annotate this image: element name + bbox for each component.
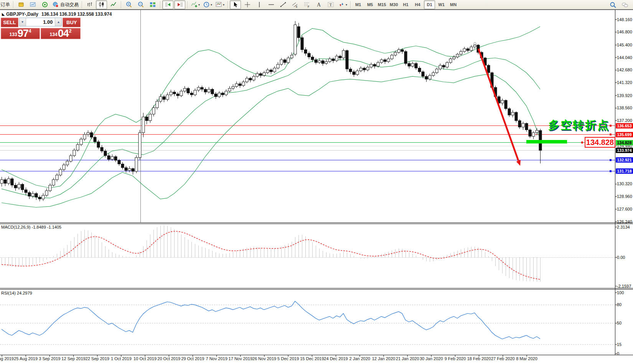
sell-price-pip: 4 bbox=[29, 28, 31, 34]
svg-text:F: F bbox=[308, 5, 309, 8]
tile-windows-button[interactable] bbox=[147, 0, 158, 9]
ohlc-values: 136.134 136.319 132.558 133.974 bbox=[41, 12, 112, 17]
rsi-label: RSI(14) 24.2979 bbox=[1, 291, 32, 295]
auto-trading-label: 自动交易 bbox=[60, 2, 79, 8]
templates-button[interactable]: ▾ bbox=[214, 0, 226, 9]
toolbar-separator bbox=[350, 1, 351, 8]
equidistant-channel-button[interactable]: E bbox=[289, 0, 300, 9]
buy-price-pip: 2 bbox=[69, 28, 72, 34]
macd-label: MACD(12,26,9) -1.8489 -1.1405 bbox=[1, 225, 61, 229]
volume-decrease-button[interactable]: ▼ bbox=[20, 18, 26, 26]
publish-chart-icon bbox=[30, 1, 36, 8]
auto-trading-icon bbox=[52, 1, 59, 8]
line-chart-button[interactable] bbox=[108, 0, 119, 9]
horizontal-line-icon bbox=[268, 1, 275, 8]
candlestick-chart-icon bbox=[98, 1, 105, 8]
dropdown-caret-icon: ▾ bbox=[223, 3, 224, 7]
dropdown-caret-icon: ▾ bbox=[198, 3, 200, 7]
toolbar-separator bbox=[121, 1, 121, 8]
chat-button[interactable] bbox=[619, 0, 630, 9]
timeframe-m1-button[interactable]: M1 bbox=[353, 0, 364, 9]
fibonacci-icon: F bbox=[303, 1, 310, 8]
svg-text:E: E bbox=[296, 5, 298, 8]
sell-price-prefix: 133 bbox=[10, 32, 17, 37]
crosshair-button[interactable] bbox=[242, 0, 253, 9]
chart-title: ◣ GBPJPY-,Daily 136.134 136.319 132.558 … bbox=[2, 12, 112, 17]
arrows-button[interactable]: ▾ bbox=[337, 0, 348, 9]
mt4-window: 新订单自动交易▾▾▾EFAT▾M1M5M15M30H1H4D1W1MN ◣ GB… bbox=[0, 0, 633, 364]
toolbar-separator bbox=[82, 1, 82, 8]
volume-increase-button[interactable]: ▲ bbox=[55, 18, 61, 26]
search-button[interactable] bbox=[607, 0, 618, 9]
chart-marker-icon: ◣ bbox=[2, 12, 5, 16]
tile-windows-icon bbox=[149, 1, 156, 8]
chat-icon bbox=[621, 2, 628, 8]
arrows-icon bbox=[338, 1, 345, 8]
timeframe-h4-button[interactable]: H4 bbox=[412, 0, 423, 9]
turning-point-annotation[interactable]: 多空转折点 bbox=[548, 118, 610, 133]
dropdown-caret-icon: ▾ bbox=[346, 3, 347, 7]
trendline-button[interactable] bbox=[277, 0, 288, 9]
sell-price-main: 97 bbox=[18, 29, 28, 38]
svg-text:T: T bbox=[329, 2, 332, 7]
bar-chart-button[interactable] bbox=[84, 0, 95, 9]
buy-price-button[interactable]: 134 04 2 bbox=[41, 28, 81, 39]
candlestick-chart-button[interactable] bbox=[96, 0, 107, 9]
text-icon: A bbox=[315, 1, 322, 8]
sell-button[interactable]: SELL bbox=[1, 18, 18, 27]
timeframe-w1-button[interactable]: W1 bbox=[436, 0, 447, 9]
timeframe-m5-button[interactable]: M5 bbox=[364, 0, 376, 9]
publish-chart-button[interactable] bbox=[27, 0, 38, 9]
indicators-button[interactable]: ▾ bbox=[190, 0, 201, 9]
buy-button[interactable]: BUY bbox=[63, 18, 81, 27]
price-callout-box[interactable]: 134.828 bbox=[585, 137, 615, 148]
vertical-line-button[interactable] bbox=[254, 0, 265, 9]
book-icon bbox=[18, 1, 25, 8]
svg-text:A: A bbox=[317, 2, 321, 8]
toolbar-separator bbox=[13, 1, 13, 8]
zoom-in-button[interactable] bbox=[123, 0, 134, 9]
fibonacci-button[interactable]: F bbox=[301, 0, 312, 9]
equidistant-channel-icon: E bbox=[292, 1, 298, 8]
timeframe-mn-button[interactable]: MN bbox=[448, 0, 459, 9]
toolbar-right-icons bbox=[607, 0, 631, 9]
signal-button[interactable] bbox=[39, 0, 50, 9]
book-button[interactable] bbox=[15, 0, 26, 9]
dropdown-caret-icon: ▾ bbox=[211, 3, 212, 7]
toolbar-separator bbox=[160, 1, 160, 8]
periods-icon bbox=[203, 1, 210, 8]
periods-button[interactable]: ▾ bbox=[202, 0, 213, 9]
timeframe-h1-button[interactable]: H1 bbox=[400, 0, 411, 9]
zoom-out-icon bbox=[137, 1, 144, 8]
search-icon bbox=[610, 2, 617, 8]
auto-trading-button[interactable]: 自动交易 bbox=[51, 0, 80, 9]
text-label-button[interactable]: T bbox=[325, 0, 336, 9]
line-chart-icon bbox=[110, 1, 117, 8]
volume-input[interactable] bbox=[26, 18, 55, 26]
buy-price-main: 04 bbox=[58, 29, 69, 38]
toolbar: 新订单自动交易▾▾▾EFAT▾M1M5M15M30H1H4D1W1MN bbox=[0, 0, 633, 10]
horizontal-line-button[interactable] bbox=[265, 0, 277, 9]
text-button[interactable]: A bbox=[313, 0, 324, 9]
one-click-trading-panel: SELL ▼ ▲ BUY 133 97 4 134 04 2 bbox=[1, 18, 81, 39]
trendline-icon bbox=[280, 1, 287, 8]
zoom-out-button[interactable] bbox=[135, 0, 146, 9]
timeframe-m30-button[interactable]: M30 bbox=[388, 0, 399, 9]
timeframe-m15-button[interactable]: M15 bbox=[376, 0, 387, 9]
templates-icon bbox=[215, 1, 222, 8]
auto-scroll-button[interactable] bbox=[162, 0, 173, 9]
crosshair-icon bbox=[244, 1, 251, 8]
text-label-icon: T bbox=[327, 1, 334, 8]
timeframe-d1-button[interactable]: D1 bbox=[424, 0, 435, 9]
sell-price-button[interactable]: 133 97 4 bbox=[1, 28, 40, 39]
buy-price-prefix: 134 bbox=[50, 32, 58, 37]
cursor-button[interactable] bbox=[230, 0, 241, 9]
chart-shift-icon bbox=[176, 1, 183, 8]
auto-scroll-icon bbox=[165, 1, 171, 8]
toolbar-separator bbox=[227, 1, 228, 8]
indicators-icon bbox=[191, 1, 198, 8]
toolbar-separator bbox=[187, 1, 188, 8]
new-order-label: 新订单 bbox=[0, 2, 10, 8]
chart-shift-button[interactable] bbox=[174, 0, 185, 9]
new-order-button[interactable]: 新订单 bbox=[0, 0, 11, 9]
